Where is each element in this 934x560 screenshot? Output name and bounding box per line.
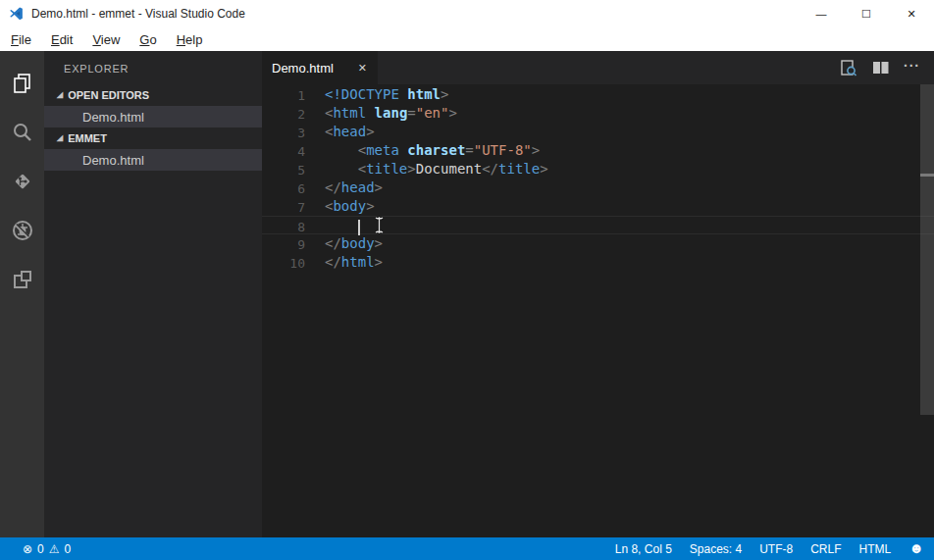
code-line-3[interactable]: 3<head> (262, 123, 934, 141)
line-number[interactable]: 3 (262, 123, 305, 141)
minimize-button[interactable]: — (799, 0, 844, 27)
code-text: <head> (305, 123, 375, 141)
line-number[interactable]: 8 (262, 217, 305, 233)
errors-icon[interactable]: ⊗ (23, 542, 32, 556)
code-editor[interactable]: 1<!DOCTYPE html>2<html lang="en">3<head>… (262, 84, 934, 537)
source-control-icon[interactable] (0, 157, 44, 206)
line-number[interactable]: 1 (262, 85, 305, 104)
open-preview-icon[interactable] (839, 59, 857, 77)
section-header-emmet[interactable]: ◢EMMET (44, 127, 262, 149)
menu-item-go[interactable]: Go (130, 30, 166, 49)
code-line-8[interactable]: 8 (262, 216, 934, 234)
explorer-icon[interactable] (0, 59, 44, 108)
menu-item-edit[interactable]: Edit (41, 30, 82, 49)
code-line-9[interactable]: 9</body> (262, 234, 934, 253)
code-line-2[interactable]: 2<html lang="en"> (262, 104, 934, 123)
twisty-icon: ◢ (57, 90, 63, 99)
tab-label: Demo.html (272, 61, 355, 76)
file-item-demo.html[interactable]: Demo.html (44, 106, 262, 127)
code-text: <meta charset="UTF-8"> (305, 141, 540, 160)
menu-item-file[interactable]: File (1, 30, 41, 49)
mouse-ibeam-cursor (373, 216, 386, 234)
code-line-5[interactable]: 5 <title>Document</title> (262, 160, 934, 178)
text-caret (358, 220, 360, 235)
line-number[interactable]: 5 (262, 160, 305, 178)
sidebar-title: EXPLORER (44, 51, 262, 84)
section-header-open-editors[interactable]: ◢OPEN EDITORS (44, 84, 262, 106)
line-number[interactable]: 7 (262, 197, 305, 216)
tab-close-icon[interactable]: ✕ (355, 60, 370, 76)
tab-bar: Demo.html ✕ ··· (262, 51, 934, 84)
overview-ruler-cursor-marker (920, 174, 934, 177)
split-editor-icon[interactable] (871, 60, 890, 76)
code-line-1[interactable]: 1<!DOCTYPE html> (262, 85, 934, 104)
language-mode[interactable]: HTML (859, 542, 892, 556)
window-title: Demo.html - emmet - Visual Studio Code (31, 7, 245, 21)
code-text: </html> (305, 253, 383, 272)
errors-count[interactable]: 0 (37, 542, 44, 556)
title-bar: Demo.html - emmet - Visual Studio Code —… (0, 0, 934, 27)
menu-bar: FileEditViewGoHelp (0, 27, 934, 51)
code-line-7[interactable]: 7<body> (262, 197, 934, 216)
code-line-4[interactable]: 4 <meta charset="UTF-8"> (262, 141, 934, 160)
code-text: <!DOCTYPE html> (305, 85, 448, 104)
file-item-demo.html[interactable]: Demo.html (44, 149, 262, 171)
debug-icon[interactable] (0, 206, 44, 255)
editor-group: Demo.html ✕ ··· 1<!DOCTYPE html>2<html l… (262, 51, 934, 537)
feedback-smiley-icon[interactable]: ☻ (908, 540, 924, 555)
extensions-icon[interactable] (0, 255, 44, 304)
line-number[interactable]: 6 (262, 178, 305, 197)
explorer-sidebar: EXPLORER ◢OPEN EDITORSDemo.html◢EMMETDem… (44, 51, 262, 537)
eol-sequence[interactable]: CRLF (810, 542, 841, 556)
line-number[interactable]: 9 (262, 234, 305, 253)
code-line-10[interactable]: 10</html> (262, 253, 934, 272)
code-text: </body> (305, 234, 383, 253)
menu-item-view[interactable]: View (82, 30, 130, 49)
indentation-setting[interactable]: Spaces: 4 (690, 542, 742, 556)
menu-item-help[interactable]: Help (167, 30, 213, 49)
warnings-count[interactable]: 0 (65, 542, 72, 556)
maximize-button[interactable]: ☐ (844, 0, 889, 27)
code-text: <title>Document</title> (305, 160, 548, 178)
code-text: <html lang="en"> (305, 104, 457, 123)
vscode-logo-icon (8, 6, 25, 23)
warnings-icon[interactable]: ⚠ (49, 542, 60, 556)
line-number[interactable]: 2 (262, 104, 305, 123)
close-button[interactable]: ✕ (889, 0, 934, 27)
twisty-icon: ◢ (57, 133, 63, 142)
line-number[interactable]: 10 (262, 253, 305, 272)
code-text: </head> (305, 178, 383, 197)
more-actions-icon[interactable]: ··· (904, 58, 920, 74)
file-encoding[interactable]: UTF-8 (759, 542, 793, 556)
code-text (305, 217, 360, 233)
activity-bar (0, 51, 44, 537)
cursor-position[interactable]: Ln 8, Col 5 (615, 542, 672, 556)
line-number[interactable]: 4 (262, 141, 305, 160)
editor-scrollbar[interactable] (920, 84, 934, 415)
tab-demo-html[interactable]: Demo.html ✕ (262, 51, 378, 84)
search-icon[interactable] (0, 108, 44, 157)
code-line-6[interactable]: 6</head> (262, 178, 934, 197)
code-text: <body> (305, 197, 375, 216)
status-bar: ⊗ 0 ⚠ 0 Ln 8, Col 5 Spaces: 4 UTF-8 CRLF… (0, 537, 934, 560)
